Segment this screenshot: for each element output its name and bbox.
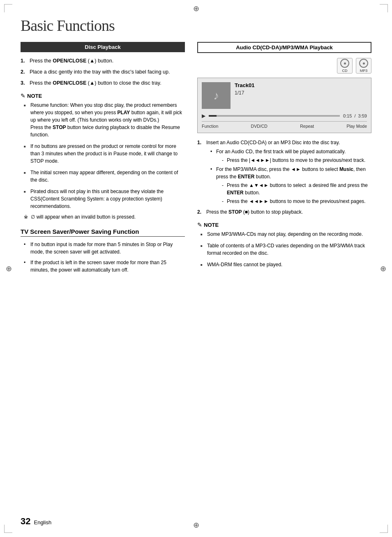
dash-item-3: Press the ◄◄►► buttons to move to the pr… xyxy=(221,198,371,205)
mp3-label: MP3 xyxy=(360,69,368,73)
note-items-1: Resume function: When you stop disc play… xyxy=(21,101,185,210)
left-column: Disc Playback 1. Press the OPEN/CLOSE (▲… xyxy=(21,42,185,277)
tv-screen-saver-title: TV Screen Saver/Power Saving Function xyxy=(21,228,185,237)
audio-cd-steps: 1. Insert an Audio CD(CD-DA) or an MP3 D… xyxy=(197,139,371,216)
cd-circle-inner xyxy=(344,62,346,65)
menu-dvdcd: DVD/CD xyxy=(251,124,267,129)
note-label-2: NOTE xyxy=(204,222,219,228)
note-items-2: Some MP3/WMA-CDs may not play, depending… xyxy=(197,230,371,268)
page-number: 32 xyxy=(21,516,30,527)
sub-bullet-2: For the MP3/WMA disc, press the ◄► butto… xyxy=(210,166,371,205)
cd-icons-row: CD MP3 xyxy=(197,58,371,74)
open-close-bold-1: OPEN/CLOSE xyxy=(53,58,86,64)
note-title-2: ✎ NOTE xyxy=(197,221,371,228)
play-bold: PLAY xyxy=(117,110,130,115)
playback-menu: Function DVD/CD Repeat Play Mode xyxy=(202,121,367,129)
step-3: 3. Press the OPEN/CLOSE (▲) button to cl… xyxy=(21,79,185,87)
track-num: 1/17 xyxy=(235,90,367,96)
page: Basic Functions Disc Playback 1. Press t… xyxy=(0,0,392,537)
step-2: 2. Place a disc gently into the tray wit… xyxy=(21,68,185,76)
note-icon-2: ✎ xyxy=(197,221,202,228)
tv-saver-item-2: If the product is left in the screen sav… xyxy=(24,259,185,274)
play-icon: ▶ xyxy=(202,113,205,119)
tv-screen-saver-list: If no button input is made for more than… xyxy=(21,241,185,274)
page-language: English xyxy=(34,519,51,525)
cd-label: CD xyxy=(342,69,348,73)
tv-screen-saver-section: TV Screen Saver/Power Saving Function If… xyxy=(21,228,185,274)
note-item-r1: Some MP3/WMA-CDs may not play, depending… xyxy=(201,230,371,238)
stop-bold-2: STOP xyxy=(228,209,242,215)
note-label-1: NOTE xyxy=(27,93,42,99)
sub-dash-list-1: Press the |◄◄►►| buttons to move to the … xyxy=(216,157,371,164)
step-3-num: 3. xyxy=(21,79,25,87)
stop-bold-1: STOP xyxy=(53,124,66,130)
disc-playback-header: Disc Playback xyxy=(21,42,185,52)
note-item-3: The initial screen may appear different,… xyxy=(24,169,185,184)
sub-bullet-1: For an Audio CD, the first track will be… xyxy=(210,148,371,164)
sub-dash-list-2: Press the ▲▼◄► buttons to select a desir… xyxy=(216,182,371,205)
playback-screen: ♪ Track01 1/17 ▶ 0:15 xyxy=(197,78,371,133)
audio-cd-section: Audio CD(CD-DA)/MP3/WMA Playback CD MP3 xyxy=(197,42,371,268)
mp3-circle xyxy=(359,59,368,68)
note-item-r3: WMA-DRM files cannot be played. xyxy=(201,261,371,268)
track-name: Track01 xyxy=(235,82,367,88)
music-note-icon: ♪ xyxy=(213,89,219,102)
page-title: Basic Functions xyxy=(21,16,371,35)
dash-item-1: Press the |◄◄►►| buttons to move to the … xyxy=(221,157,371,164)
progress-bar xyxy=(209,115,340,117)
disc-playback-section: Disc Playback 1. Press the OPEN/CLOSE (▲… xyxy=(21,42,185,220)
note-item-4: Pirated discs will not play in this unit… xyxy=(24,188,185,210)
audio-cd-note: ✎ NOTE Some MP3/WMA-CDs may not play, de… xyxy=(197,221,371,268)
tv-saver-item-1: If no button input is made for more than… xyxy=(24,241,185,256)
cd-circle xyxy=(340,59,349,68)
disc-playback-steps: 1. Press the OPEN/CLOSE (▲) button. 2. P… xyxy=(21,57,185,87)
enter-bold-2: ENTER xyxy=(227,190,244,196)
time-total: 3:59 xyxy=(358,113,367,118)
page-footer: 32 English xyxy=(21,516,51,527)
progress-bar-fill xyxy=(209,115,217,117)
track-info: Track01 1/17 xyxy=(235,82,367,109)
audio-cd-header: Audio CD(CD-DA)/MP3/WMA Playback xyxy=(197,42,371,53)
right-column: Audio CD(CD-DA)/MP3/WMA Playback CD MP3 xyxy=(197,42,371,274)
cd-icon: CD xyxy=(337,58,353,74)
menu-function: Function xyxy=(202,124,218,129)
audio-step-1-subbullets: For an Audio CD, the first track will be… xyxy=(206,148,371,205)
note-item-1: Resume function: When you stop disc play… xyxy=(24,101,185,138)
audio-step-1-num: 1. xyxy=(197,139,201,146)
playback-top: ♪ Track01 1/17 xyxy=(202,82,367,109)
note-footer-1: ※ ∅ will appear when an invalid button i… xyxy=(21,214,185,220)
audio-step-2-num: 2. xyxy=(197,208,201,216)
menu-playmode: Play Mode xyxy=(346,124,367,129)
mp3-icon: MP3 xyxy=(356,58,371,74)
note-footer-text: will appear when an invalid button is pr… xyxy=(37,214,136,220)
note-item-r2: Table of contents of a MP3-CD varies dep… xyxy=(201,242,371,257)
playback-bar-row: ▶ 0:15 / 3:59 xyxy=(202,113,367,119)
two-column-layout: Disc Playback 1. Press the OPEN/CLOSE (▲… xyxy=(21,42,371,277)
step-2-num: 2. xyxy=(21,68,25,76)
note-icon-1: ✎ xyxy=(21,92,25,99)
music-note-box: ♪ xyxy=(202,82,231,109)
enter-bold-1: ENTER xyxy=(238,174,255,180)
mp3-circle-inner xyxy=(363,62,365,65)
disc-playback-note: ✎ NOTE Resume function: When you stop di… xyxy=(21,92,185,220)
time-current: 0:15 xyxy=(343,113,352,118)
audio-step-1: 1. Insert an Audio CD(CD-DA) or an MP3 D… xyxy=(197,139,371,205)
note-title-1: ✎ NOTE xyxy=(21,92,185,99)
note-item-2: If no buttons are pressed on the product… xyxy=(24,143,185,165)
dash-item-2: Press the ▲▼◄► buttons to select a desir… xyxy=(221,182,371,196)
time-display: 0:15 / 3:59 xyxy=(343,113,367,118)
open-close-bold-2: OPEN/CLOSE xyxy=(53,80,86,86)
step-1-num: 1. xyxy=(21,57,25,65)
note-footer-symbol: ※ ∅ xyxy=(24,214,35,220)
menu-repeat: Repeat xyxy=(300,124,314,129)
audio-step-2: 2. Press the STOP (■) button to stop pla… xyxy=(197,208,371,216)
music-bold: Music xyxy=(339,166,353,172)
step-1: 1. Press the OPEN/CLOSE (▲) button. xyxy=(21,57,185,65)
